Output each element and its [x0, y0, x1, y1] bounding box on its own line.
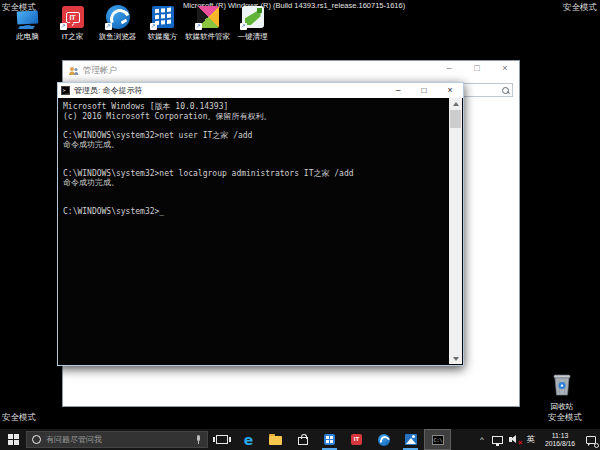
maximize-button[interactable]: □	[411, 83, 437, 98]
manage-accounts-titlebar[interactable]: 管理帐户 – □ ×	[63, 61, 519, 81]
desktop-icon-this-pc[interactable]: 此电脑	[5, 4, 50, 42]
desktop-icon-label: 一键清理	[238, 32, 268, 42]
cmd-icon: C:\	[432, 435, 444, 445]
minimize-button[interactable]: –	[435, 61, 463, 77]
notification-badge	[594, 443, 599, 448]
recycle-bin[interactable]: 回收站	[536, 371, 588, 412]
safe-mode-label-bottom-left: 安全模式	[2, 412, 36, 424]
desktop-icon-ruanmei-manager[interactable]: ↗ 软媒软件管家	[185, 4, 230, 42]
sailfish-browser-icon: ↗	[105, 4, 131, 30]
console-line	[63, 121, 449, 131]
ruanmei-mofang-icon: ↗	[150, 4, 176, 30]
search-icon	[502, 87, 509, 94]
cmd-window-controls: – □ ×	[385, 83, 463, 98]
console-line	[63, 188, 449, 198]
scroll-up-button[interactable]	[449, 98, 462, 109]
chevron-up-icon	[453, 102, 459, 106]
shortcut-arrow-icon: ↗	[150, 23, 157, 30]
manage-accounts-window-controls: – □ ×	[435, 61, 519, 77]
ruanmei-mofang-taskbar-button[interactable]	[316, 429, 343, 450]
network-tray-button[interactable]	[489, 429, 506, 450]
console-line: 命令成功完成。	[63, 140, 449, 150]
taskbar: 有问题尽管问我 e IT C:\ ^ ×	[0, 429, 600, 450]
microphone-icon[interactable]	[195, 435, 202, 445]
store-taskbar-button[interactable]	[289, 429, 316, 450]
console-line: 命令成功完成。	[63, 178, 449, 188]
edge-icon: e	[244, 433, 254, 447]
shortcut-arrow-icon: ↗	[60, 23, 67, 30]
recycle-bin-icon	[549, 371, 575, 401]
safe-mode-label-bottom-right: 安全模式	[548, 412, 582, 424]
manage-accounts-title: 管理帐户	[83, 65, 117, 77]
desktop-icon-one-click-clean[interactable]: ↗ 一键清理	[230, 4, 275, 42]
console-scrollbar[interactable]	[449, 98, 462, 364]
minimize-button[interactable]: –	[385, 83, 411, 98]
ithome-icon: IT ↗	[60, 4, 86, 30]
desktop-icon-sailfish-browser[interactable]: ↗ 旗鱼浏览器	[95, 4, 140, 42]
users-icon	[68, 62, 79, 80]
desktop-icons: 此电脑 IT ↗ IT之家 ↗ 旗鱼浏览器 ↗ 软媒魔方	[5, 4, 275, 42]
shortcut-arrow-icon: ↗	[240, 23, 247, 30]
cmd-titlebar[interactable]: >_ 管理员: 命令提示符 – □ ×	[58, 83, 463, 98]
clock-date: 2016/8/16	[545, 440, 575, 448]
folder-icon	[269, 436, 282, 445]
console-output[interactable]: Microsoft Windows [版本 10.0.14393] (c) 20…	[59, 98, 449, 364]
close-button[interactable]: ×	[437, 83, 463, 98]
photo-viewer-icon	[405, 434, 417, 445]
cmd-window: >_ 管理员: 命令提示符 – □ × Microsoft Windows [版…	[57, 82, 464, 366]
taskbar-search-box[interactable]: 有问题尽管问我	[26, 431, 208, 448]
edge-taskbar-button[interactable]: e	[235, 429, 262, 450]
desktop-icon-ithome[interactable]: IT ↗ IT之家	[50, 4, 95, 42]
volume-tray-button[interactable]: ×	[506, 429, 524, 450]
ithome-icon: IT	[351, 434, 362, 445]
desktop-icon-label: IT之家	[62, 32, 84, 42]
console-line	[63, 150, 449, 160]
chevron-down-icon	[453, 357, 459, 361]
system-tray: ^ × 英 11:13 2016/8/16	[475, 429, 600, 450]
task-view-button[interactable]	[208, 429, 235, 450]
network-icon	[492, 436, 503, 444]
photo-viewer-taskbar-button[interactable]	[397, 429, 424, 450]
recycle-bin-label: 回收站	[551, 402, 574, 412]
desktop: 安全模式 安全模式 安全模式 安全模式 Microsoft (R) Window…	[0, 0, 600, 450]
safe-mode-label-top-right: 安全模式	[563, 2, 597, 14]
cmd-taskbar-button-active[interactable]: C:\	[424, 429, 451, 450]
taskbar-clock[interactable]: 11:13 2016/8/16	[538, 429, 582, 450]
ithome-taskbar-button[interactable]: IT	[343, 429, 370, 450]
cmd-icon: >_	[61, 86, 70, 95]
one-click-clean-icon: ↗	[240, 4, 266, 30]
desktop-icon-label: 此电脑	[16, 32, 39, 42]
chevron-up-icon: ^	[480, 435, 484, 444]
desktop-icon-label: 旗鱼浏览器	[99, 32, 137, 42]
shortcut-arrow-icon: ↗	[105, 23, 112, 30]
cortana-icon	[32, 435, 41, 444]
console-line: C:\WINDOWS\system32>net localgroup admin…	[63, 169, 449, 179]
file-explorer-taskbar-button[interactable]	[262, 429, 289, 450]
ruanmei-mofang-icon	[324, 434, 335, 445]
console-line	[63, 197, 449, 207]
sailfish-browser-taskbar-button[interactable]	[370, 429, 397, 450]
desktop-icon-label: 软媒软件管家	[185, 32, 230, 42]
show-hidden-icons-button[interactable]: ^	[475, 429, 489, 450]
maximize-button[interactable]: □	[463, 61, 491, 77]
console-prompt-line: C:\WINDOWS\system32>_	[63, 207, 449, 217]
close-button[interactable]: ×	[491, 61, 519, 77]
clock-time: 11:13	[545, 432, 575, 440]
scroll-down-button[interactable]	[449, 353, 462, 364]
console-line	[63, 159, 449, 169]
search-placeholder: 有问题尽管问我	[46, 434, 195, 445]
sailfish-browser-icon	[378, 434, 390, 446]
console-line: C:\WINDOWS\system32>net user IT之家 /add	[63, 131, 449, 141]
ime-indicator[interactable]: 英	[524, 429, 538, 450]
scrollbar-thumb[interactable]	[450, 110, 461, 128]
desktop-icon-ruanmei-mofang[interactable]: ↗ 软媒魔方	[140, 4, 185, 42]
speaker-muted-icon: ×	[508, 434, 522, 446]
windows-logo-icon	[8, 434, 19, 445]
console-line: (c) 2016 Microsoft Corporation。保留所有权利。	[63, 112, 449, 122]
start-button[interactable]	[0, 429, 26, 450]
console-line: Microsoft Windows [版本 10.0.14393]	[63, 102, 449, 112]
action-center-button[interactable]	[582, 429, 600, 450]
ruanmei-software-manager-icon: ↗	[195, 4, 221, 30]
desktop-icon-label: 软媒魔方	[148, 32, 178, 42]
cmd-title: 管理员: 命令提示符	[74, 85, 142, 96]
